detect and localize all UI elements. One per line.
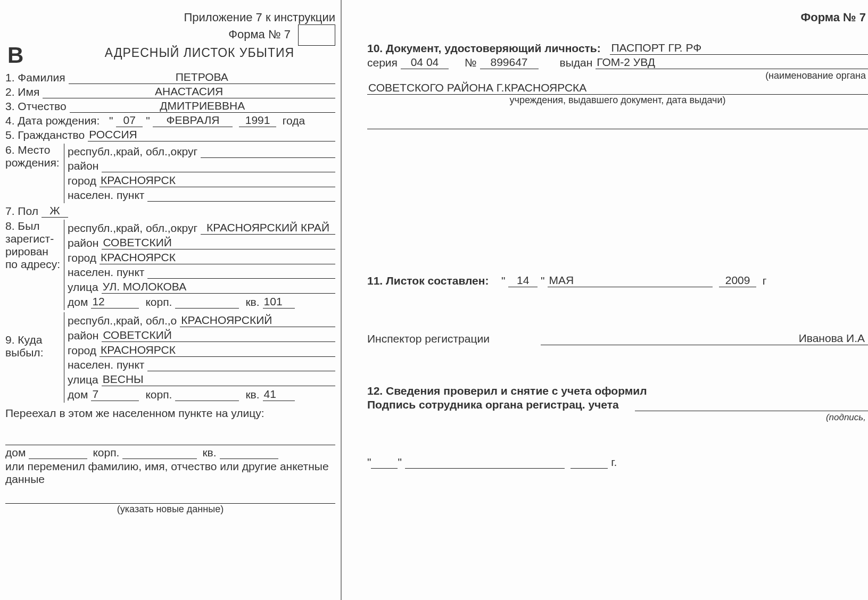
lbl-reg-korp: корп.	[145, 296, 172, 309]
label-departed: 9. Куда выбыл:	[5, 312, 64, 359]
form-no-box	[298, 24, 335, 46]
left-column: Приложение 7 к инструкции Форма № 7 В АД…	[0, 0, 341, 600]
lbl-bp-region: республ.,край, обл.,округ	[68, 145, 197, 158]
val-doc-issued1: ГОМ-2 УВД	[596, 56, 868, 69]
val-bp-city: КРАСНОЯРСК	[100, 174, 335, 187]
value-citizenship: РОССИЯ	[88, 128, 335, 141]
label-patronymic: 3. Отчество	[5, 100, 67, 113]
f12-year	[571, 456, 608, 469]
val-reg-region: КРАСНОЯРСКИЙ КРАЙ	[201, 221, 335, 235]
lbl-mv-korp: корп.	[93, 446, 119, 459]
val-comp-day: 14	[508, 274, 538, 287]
hint-doc2: учреждения, выдавшего документ, дата выд…	[367, 95, 868, 106]
moved-street-line	[5, 430, 335, 445]
val-reg-raion: СОВЕТСКИЙ	[102, 236, 335, 249]
lbl-reg-raion: район	[68, 237, 98, 249]
val-mv-kv	[220, 446, 278, 459]
lbl-dep-dom: дом	[68, 388, 88, 401]
lbl-bp-city: город	[68, 174, 96, 187]
val-reg-kv: 101	[263, 295, 295, 309]
lbl-doc-issued: выдан	[560, 56, 593, 69]
form-title: АДРЕСНЫЙ ЛИСТОК УБЫТИЯ	[64, 46, 335, 60]
moved-line1: Переехал в этом же населенном пункте на …	[5, 407, 335, 420]
row-sex: 7. Пол Ж	[5, 204, 335, 218]
val-dep-punkt	[147, 359, 335, 371]
lbl-doc-series: серия	[367, 56, 398, 69]
block-birthplace: 6. Место рожде­ния: республ.,край, обл.,…	[5, 144, 335, 203]
label-doc: 10. Документ, удостоверяющий личность:	[367, 42, 601, 55]
val-reg-dom: 12	[91, 295, 139, 309]
lbl-mv-dom: дом	[5, 446, 26, 459]
label-birthplace: 6. Место рожде­ния:	[5, 144, 64, 169]
val-dep-region: КРАСНОЯРСКИЙ	[180, 314, 335, 327]
form-no-label: Форма № 7	[228, 28, 291, 41]
val-dep-raion: СОВЕТСКИЙ	[102, 329, 335, 342]
row-compiled: 11. Листок составлен: " 14 " МАЯ 2009 г	[367, 274, 868, 287]
block-registered: 8. Был зарегист­рирован по адресу: респу…	[5, 220, 335, 310]
hint-doc1: (наименование органа	[367, 70, 868, 81]
moved-newdata-line	[5, 489, 335, 504]
moved-hint: (указать новые данные)	[5, 504, 335, 515]
moved-line2: или переменил фамилию, имя, отчество или…	[5, 460, 335, 486]
lbl-reg-street: улица	[68, 281, 98, 294]
label-compiled: 11. Листок составлен:	[367, 274, 489, 287]
row-surname: 1. Фамилия ПЕТРОВА	[5, 71, 335, 84]
f12-month	[405, 456, 565, 469]
val-dep-kv: 41	[263, 388, 295, 401]
f12-line1: 12. Сведения проверил и снятие с учета о…	[367, 385, 868, 397]
row-inspector: Инспектор регистрации Иванова И.А	[367, 332, 868, 345]
label-registered: 8. Был зарегист­рирован по адресу:	[5, 220, 64, 271]
doc-extra-line	[367, 113, 868, 129]
val-bp-raion	[102, 160, 335, 172]
moved-dom-row: дом корп. кв.	[5, 446, 335, 459]
lbl-dep-region: республ.,край, обл.,о	[68, 314, 177, 327]
row-citizenship: 5. Гражданство РОССИЯ	[5, 128, 335, 141]
val-dep-korp	[175, 388, 239, 401]
val-bp-punkt	[147, 189, 335, 202]
lbl-mv-kv: кв.	[202, 446, 216, 459]
vertical-divider	[341, 0, 362, 600]
lbl-doc-no: №	[465, 56, 477, 69]
lbl-dep-city: город	[68, 344, 96, 357]
lbl-dep-punkt: населен. пункт	[68, 359, 144, 371]
row-patronymic: 3. Отчество ДМИТРИЕВВНА	[5, 99, 335, 113]
val-comp-year: 2009	[719, 274, 756, 287]
label-dob: 4. Дата рождения:	[5, 114, 100, 127]
right-column: Форма № 7 10. Документ, удостоверяющий л…	[362, 0, 868, 600]
f12-line2-row: Подпись сотрудника органа регистрац. уче…	[367, 398, 868, 411]
val-doc-issued2: СОВЕТСКОГО РАЙОНА Г.КРАСНОЯРСКА	[367, 81, 868, 95]
form-no-row: Форма № 7	[5, 24, 335, 46]
lbl-dep-street: улица	[68, 373, 98, 386]
val-doc-no: 899647	[480, 56, 539, 69]
label-name: 2. Имя	[5, 86, 39, 98]
val-dep-city: КРАСНОЯРСК	[100, 344, 335, 357]
label-dob-year-suffix: года	[283, 114, 305, 127]
row-doc: 10. Документ, удостоверяющий личность: П…	[367, 41, 868, 55]
val-mv-korp	[122, 446, 197, 459]
value-dob-year: 1991	[239, 114, 276, 127]
lbl-dep-kv: кв.	[245, 388, 259, 401]
f12-line2: Подпись сотрудника органа регистрац. уче…	[367, 398, 619, 411]
big-letter-b: В	[7, 43, 23, 68]
lbl-bp-raion: район	[68, 160, 98, 172]
f12-day	[371, 456, 398, 469]
val-reg-korp	[175, 296, 239, 309]
value-dob-day: 07	[116, 114, 143, 127]
lbl-comp-year-suffix: г	[763, 274, 767, 287]
val-reg-punkt	[147, 266, 335, 279]
value-dob-month: ФЕВРАЛЯ	[153, 114, 233, 127]
val-reg-street: УЛ. МОЛОКОВА	[102, 280, 335, 294]
lbl-reg-city: город	[68, 252, 96, 264]
attachment-text: Приложение 7 к инструкции	[5, 11, 335, 24]
f12-hint: (подпись,	[367, 412, 868, 423]
label-inspector: Инспектор регистрации	[367, 332, 490, 345]
val-bp-region	[201, 145, 335, 158]
lbl-reg-region: республ.,край, обл.,округ	[68, 222, 197, 235]
f12-year-suffix: г.	[611, 456, 617, 469]
value-surname: ПЕТРОВА	[69, 71, 335, 84]
lbl-dep-raion: район	[68, 329, 98, 342]
value-patronymic: ДМИТРИЕВВНА	[70, 99, 335, 113]
row-f12-date: " " г.	[367, 456, 868, 469]
val-dep-dom: 7	[91, 388, 139, 401]
label-sex: 7. Пол	[5, 205, 38, 218]
